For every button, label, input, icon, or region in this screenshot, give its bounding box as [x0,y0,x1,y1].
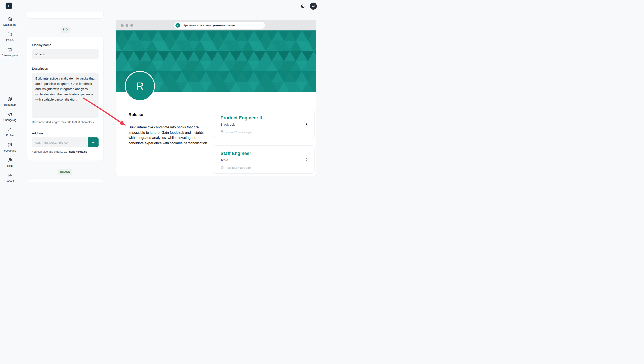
user-avatar[interactable]: AI [310,3,317,10]
user-icon [8,127,12,133]
folder-icon [8,32,12,37]
brand-section-chip: BRAND [58,169,72,175]
sidebar-item-packs[interactable]: Packs [0,32,19,42]
bio-section-divider: BIO [27,27,104,33]
job-posted-text: Posted 2 hours ago [226,166,251,169]
job-company: Blackrock [220,123,308,127]
description-textarea[interactable]: Build interactive candidate info packs t… [32,73,98,118]
dark-mode-toggle-moon-icon[interactable] [300,4,305,9]
description-length-hint: Recommended length: max 300 to 350 chara… [32,121,98,124]
company-avatar: R [125,71,155,101]
home-icon [8,17,12,22]
window-dot [121,24,124,27]
add-link-label: Add link [32,131,98,135]
briefcase-icon [8,48,12,53]
window-dots [121,20,133,31]
sidebar-item-label: Dashboard [3,23,16,27]
bio-card: Display name Description Build interacti… [27,37,104,161]
sidebar-item-label: Profile [6,134,14,137]
sidebar-item-label: Roadmap [4,103,16,107]
user-avatar-initials: AI [312,5,314,8]
sidebar-item-label: Careers page [2,54,18,57]
bio-section-chip: BIO [61,27,70,33]
description-label: Description [32,67,98,70]
lifebuoy-icon [8,158,12,163]
job-title[interactable]: Product Engineer II [220,115,308,121]
email-hint-example: hello@role.so [69,150,88,153]
sidebar-item-roadmap[interactable]: Roadmap [0,97,19,107]
sidebar-item-changelog[interactable]: Changelog [0,112,19,122]
job-posted-text: Posted 2 hours ago [226,131,251,134]
display-name-input[interactable] [32,49,98,59]
job-card[interactable]: Product Engineer II Blackrock Posted 2 h… [213,110,315,138]
window-dot [130,24,133,27]
brand-section-divider: BRAND [27,169,104,175]
display-name-label: Display name [32,43,98,47]
url-bar[interactable]: R https://role.so/careers/your-username [174,22,265,29]
app-logo-letter: r [8,4,10,8]
megaphone-icon [8,112,12,117]
chevron-right-icon[interactable] [304,157,309,162]
chevron-right-icon[interactable] [304,122,309,126]
sidebar-item-logout[interactable]: Logout [0,173,19,182]
top-bar: r AI [0,0,322,12]
calendar-icon [220,166,224,170]
sidebar-secondary-group: Roadmap Changelog Profile Feedback Help … [0,97,19,182]
sidebar-item-label: Feedback [4,149,16,152]
sidebar-item-help[interactable]: Help [0,158,19,168]
sidebar-item-careers-page[interactable]: Careers page [0,48,19,57]
job-company: Tesla [220,158,308,162]
previous-section-card-partial [27,12,104,19]
sidebar-item-label: Packs [6,39,14,42]
browser-chrome: R https://role.so/careers/your-username [116,20,316,31]
preview-body: Role.so Build interactive candidate info… [116,92,316,176]
job-title[interactable]: Staff Engineer [220,151,308,156]
email-hint: You can also add emails, e.g. hello@role… [32,150,98,153]
job-card[interactable]: Staff Engineer Tesla Posted 2 hours ago [213,145,315,174]
company-description: Build interactive candidate info packs t… [128,125,208,146]
sidebar-item-profile[interactable]: Profile [0,127,19,137]
favicon: R [176,23,180,28]
job-posted-row: Posted 2 hours ago [220,166,308,170]
sidebar-item-feedback[interactable]: Feedback [0,143,19,152]
window-dot [126,24,128,27]
chat-bubble-icon [8,143,12,148]
sidebar-item-label: Changelog [4,119,16,122]
sidebar: Dashboard Packs Careers page Roadmap Cha… [0,12,20,182]
sidebar-item-dashboard[interactable]: Dashboard [0,17,19,27]
add-link-button[interactable]: + [88,137,98,147]
brand-card: Primary colour [27,179,104,182]
app-logo[interactable]: r [6,3,12,9]
logout-icon [8,173,12,178]
url-username: your-username [212,24,235,27]
add-link-input[interactable] [32,137,88,147]
url-text: https://role.so/careers/your-username [182,24,235,27]
map-icon [8,97,12,102]
careers-page-preview: R https://role.so/careers/your-username … [116,20,316,176]
sidebar-item-label: Help [7,164,13,168]
job-posted-row: Posted 2 hours ago [220,130,308,134]
settings-pane: BIO Display name Description Build inter… [20,12,109,182]
sidebar-item-label: Logout [6,180,14,182]
company-name: Role.so [128,112,208,117]
calendar-icon [220,130,224,134]
textarea-resize-handle-icon[interactable] [95,114,98,117]
